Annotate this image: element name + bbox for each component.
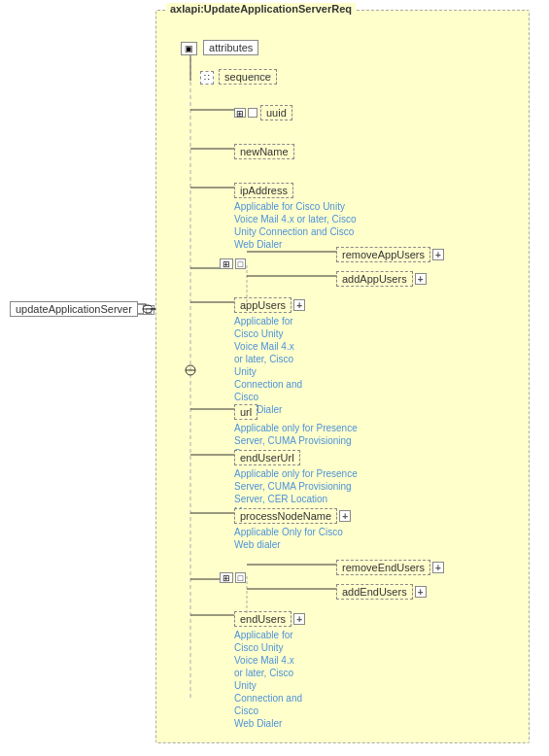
ipaddress-annotation: Applicable for Cisco UnityVoice Mail 4.x… (234, 200, 357, 251)
uuid-box (248, 108, 257, 118)
add-app-users-label: addAppUsers (336, 271, 413, 287)
remove-app-users-label: removeAppUsers (336, 247, 430, 262)
newname-label: newName (234, 144, 294, 159)
remove-end-users-label: removeEndUsers (336, 560, 430, 575)
end-users-label: endUsers (234, 611, 292, 627)
app-users-group-connector: ⊞ □ (220, 258, 248, 269)
process-node-name-label: processNodeName (234, 508, 337, 524)
end-user-url-label: endUserUrl (234, 450, 300, 465)
diagram-container: updateApplicationServer □ axlapi:UpdateA… (0, 0, 549, 756)
end-group-icon2: □ (235, 572, 246, 583)
root-node: updateApplicationServer □ (10, 301, 154, 317)
svg-point-31 (186, 365, 195, 375)
internal-lines (156, 11, 529, 742)
app-users-annotation: Applicable for Cisco UnityVoice Mail 4.x… (234, 315, 305, 416)
sequence-icon: ∷ (200, 71, 214, 85)
remove-app-users-node: removeAppUsers + (336, 247, 444, 262)
main-schema-box: axlapi:UpdateApplicationServerReq ▣ attr… (155, 10, 530, 743)
app-group-icon1: ⊞ (220, 258, 233, 269)
add-end-users-label: addEndUsers (336, 584, 413, 600)
uuid-label: uuid (260, 105, 292, 120)
ipaddress-label: ipAddress (234, 183, 293, 198)
add-app-users-expand[interactable]: + (415, 273, 427, 285)
process-node-name-node: processNodeName + Applicable Only for Ci… (234, 508, 351, 524)
process-node-name-expand[interactable]: + (339, 510, 351, 522)
url-label: url (234, 404, 257, 420)
app-group-icon2: □ (235, 258, 246, 269)
end-users-expand[interactable]: + (293, 613, 305, 625)
remove-app-users-expand[interactable]: + (432, 249, 444, 260)
remove-end-users-node: removeEndUsers + (336, 560, 444, 575)
sequence-label: sequence (219, 69, 277, 85)
sequence-node: ∷ sequence (200, 69, 277, 85)
root-expand-icon[interactable]: □ (143, 305, 154, 315)
remove-end-users-expand[interactable]: + (432, 562, 444, 573)
add-end-users-expand[interactable]: + (415, 586, 427, 598)
add-end-users-node: addEndUsers + (336, 584, 427, 600)
uuid-connector-icon: ⊞ (234, 108, 246, 118)
root-node-label: updateApplicationServer (10, 301, 138, 317)
attributes-label: attributes (203, 40, 258, 55)
end-users-node: endUsers + Applicable for Cisco UnityVoi… (234, 611, 305, 627)
uuid-node: ⊞ uuid (234, 105, 292, 120)
app-users-node: appUsers + Applicable for Cisco UnityVoi… (234, 297, 305, 313)
schema-title: axlapi:UpdateApplicationServerReq (166, 3, 356, 15)
end-users-group-connector: ⊞ □ (220, 572, 248, 583)
attributes-icon: ▣ (181, 42, 197, 55)
end-group-icon1: ⊞ (220, 572, 233, 583)
attributes-node: ▣ attributes (181, 40, 258, 55)
end-users-annotation: Applicable for Cisco UnityVoice Mail 4.x… (234, 629, 305, 730)
ipaddress-node: ipAddress Applicable for Cisco UnityVoic… (234, 183, 357, 251)
newname-node: newName (234, 144, 294, 159)
app-users-label: appUsers (234, 297, 292, 313)
process-node-name-annotation: Applicable Only for CiscoWeb dialer (234, 526, 343, 551)
add-app-users-node: addAppUsers + (336, 271, 427, 287)
app-users-expand[interactable]: + (293, 299, 305, 311)
